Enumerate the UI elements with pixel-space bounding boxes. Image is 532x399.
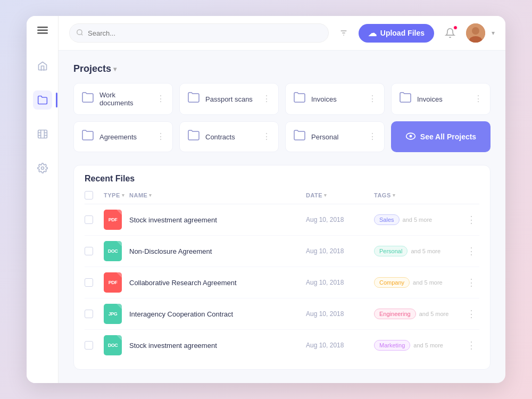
row-checkbox-1[interactable] [85,247,93,255]
table-row: PDF Stock investment agreement Aug 10, 2… [85,204,479,236]
table-header: TYPE ▾ NAME ▾ DATE ▾ TAGS ▾ [85,191,479,204]
header-checkbox[interactable] [85,191,93,200]
file-name-3: Interagency Cooperation Contract [129,310,302,318]
file-name-1: Non-Disclosure Agreement [129,247,302,255]
search-input[interactable] [88,29,322,37]
sidebar [27,16,59,383]
sidebar-item-home[interactable] [33,56,52,76]
notification-dot [453,26,458,30]
card-menu-personal[interactable]: ⋮ [368,132,377,141]
project-card-work-documents[interactable]: Work documents ⋮ [73,83,173,115]
project-card-passport-scans[interactable]: Passport scans ⋮ [179,83,279,115]
tag-badge-4[interactable]: Marketing [374,340,410,351]
file-icon-2: PDF [104,272,122,293]
upload-files-button[interactable]: ☁ Upload Files [359,24,434,43]
and-more-2: and 5 more [413,279,443,286]
card-menu-invoices-1[interactable]: ⋮ [368,95,377,103]
tags-cell-3: Engineering and 5 more [374,309,459,319]
file-date-1: Aug 10, 2018 [306,247,370,255]
file-date-4: Aug 10, 2018 [306,342,370,349]
notifications-button[interactable] [440,23,460,43]
file-name-2: Collaborative Research Agreement [129,279,302,287]
folder-icon [187,129,200,144]
table-row: PDF Collaborative Research Agreement Aug… [85,267,479,298]
sort-date-icon: ▾ [324,193,327,198]
file-icon-1: DOC [104,241,122,261]
avatar-chevron-icon[interactable]: ▾ [492,29,495,37]
projects-section: Projects ▾ Work documents ⋮ [73,63,491,152]
col-type: TYPE ▾ [104,192,125,198]
tag-badge-0[interactable]: Sales [374,214,400,225]
tag-badge-2[interactable]: Company [374,277,410,288]
project-card-invoices-1[interactable]: Invoices ⋮ [285,83,385,115]
projects-title: Projects ▾ [73,63,491,74]
and-more-4: and 5 more [413,342,443,348]
row-checkbox-2[interactable] [85,278,93,287]
folder-icon [399,92,412,106]
svg-rect-0 [37,27,48,28]
projects-grid: Work documents ⋮ Passport scans ⋮ [73,83,491,152]
row-checkbox-3[interactable] [85,310,93,318]
tag-badge-1[interactable]: Personal [374,246,408,256]
svg-point-20 [409,135,412,137]
filter-icon[interactable] [335,24,352,41]
tags-cell-1: Personal and 5 more [374,246,459,256]
content-area: Projects ▾ Work documents ⋮ [59,51,505,383]
folder-icon [187,92,200,106]
folder-icon [81,129,94,144]
card-menu-agreements[interactable]: ⋮ [156,132,165,141]
file-icon-4: DOC [104,335,122,355]
eye-icon [405,131,416,143]
row-menu-3[interactable]: ⋮ [463,309,479,319]
project-card-contracts[interactable]: Contracts ⋮ [179,121,279,152]
projects-chevron-icon: ▾ [113,65,117,73]
file-date-2: Aug 10, 2018 [306,279,370,286]
avatar[interactable] [466,23,485,43]
svg-rect-2 [37,32,48,34]
file-name-4: Stock investment agreement [129,342,302,350]
table-row: JPG Interagency Cooperation Contract Aug… [85,298,479,330]
row-checkbox-0[interactable] [85,215,93,224]
and-more-0: and 5 more [403,217,433,223]
recent-files-section: Recent Files TYPE ▾ NAME ▾ DATE ▾ [73,165,491,370]
col-date: DATE ▾ [306,192,370,198]
card-menu-passport-scans[interactable]: ⋮ [262,95,271,103]
file-date-3: Aug 10, 2018 [306,310,370,318]
folder-icon [293,92,306,106]
tag-badge-3[interactable]: Engineering [374,309,416,319]
row-menu-1[interactable]: ⋮ [463,246,479,256]
tags-cell-4: Marketing and 5 more [374,340,459,351]
see-all-projects-button[interactable]: See All Projects [391,121,491,152]
tags-cell-2: Company and 5 more [374,277,459,288]
search-bar[interactable] [69,23,329,43]
card-menu-invoices-2[interactable]: ⋮ [474,95,483,103]
svg-rect-3 [38,130,47,138]
svg-point-10 [41,167,44,170]
sort-type-icon: ▾ [122,193,125,198]
row-menu-0[interactable]: ⋮ [463,215,479,225]
table-row: DOC Stock investment agreement Aug 10, 2… [85,330,479,361]
card-menu-work-documents[interactable]: ⋮ [156,95,165,103]
folder-icon [293,129,306,144]
hamburger-menu[interactable] [37,27,48,36]
sort-tags-icon: ▾ [393,193,396,198]
project-card-invoices-2[interactable]: Invoices ⋮ [391,83,491,115]
file-icon-0: PDF [104,210,122,230]
sidebar-item-contacts[interactable] [33,124,52,144]
tags-cell-0: Sales and 5 more [374,214,459,225]
project-card-agreements[interactable]: Agreements ⋮ [73,121,173,152]
sidebar-item-files[interactable] [33,90,52,110]
project-card-personal[interactable]: Personal ⋮ [285,121,385,152]
recent-files-title: Recent Files [85,174,479,184]
sort-name-icon: ▾ [149,193,152,198]
file-name-0: Stock investment agreement [129,216,302,224]
sidebar-item-settings[interactable] [33,159,52,178]
row-checkbox-4[interactable] [85,341,93,350]
file-icon-3: JPG [104,304,122,324]
and-more-3: and 5 more [419,311,449,317]
and-more-1: and 5 more [411,248,440,254]
row-menu-2[interactable]: ⋮ [463,278,479,287]
cloud-upload-icon: ☁ [368,28,377,38]
row-menu-4[interactable]: ⋮ [463,340,479,350]
card-menu-contracts[interactable]: ⋮ [262,132,271,141]
